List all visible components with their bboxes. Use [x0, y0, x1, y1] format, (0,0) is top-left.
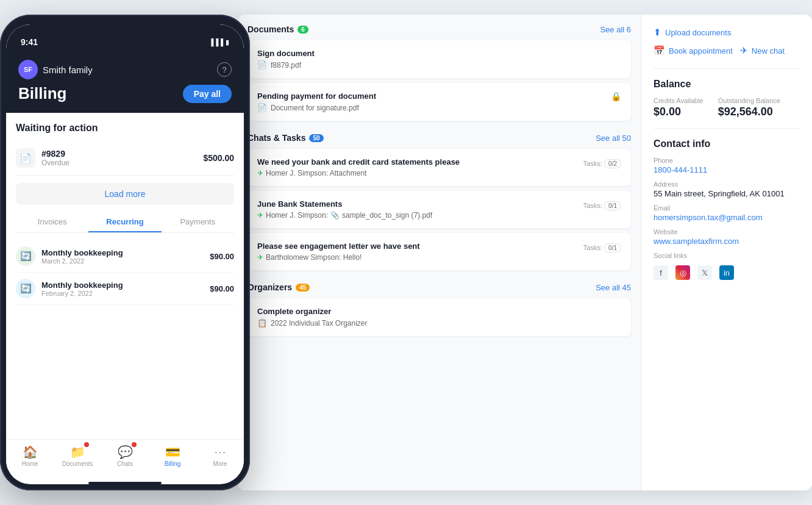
- email-value[interactable]: homersimpson.tax@gmail.com: [654, 213, 800, 222]
- nav-billing[interactable]: 💳 Billing: [149, 445, 196, 467]
- middle-section: Documents 6 See all 6 Sign document 📄 f8…: [238, 15, 641, 490]
- instagram-icon[interactable]: ◎: [675, 265, 690, 280]
- right-divider-2: [654, 128, 800, 129]
- recurring-date-2: February 2, 2022: [41, 290, 210, 297]
- document-title-1: Sign document: [257, 49, 621, 58]
- attachment-icon: 📎: [330, 211, 340, 220]
- chats-icon: 💬: [118, 445, 133, 459]
- documents-badge: 6: [297, 26, 308, 34]
- documents-see-all[interactable]: See all 6: [600, 25, 631, 34]
- invoice-amount: $500.00: [203, 153, 234, 163]
- pay-all-button[interactable]: Pay all: [183, 85, 232, 103]
- recurring-date-1: March 2, 2022: [41, 257, 210, 265]
- lock-icon: 🔒: [611, 91, 621, 101]
- linkedin-icon[interactable]: in: [719, 265, 734, 280]
- phone-screen: 9:41 ▐▐▐ ▮ SF Smith family ? Billing: [6, 24, 244, 484]
- recurring-name-2: Monthly bookkeeping: [41, 281, 210, 290]
- organizers-header: Organizers 45 See all 45: [248, 282, 631, 292]
- recurring-details-1: Monthly bookkeeping March 2, 2022: [41, 248, 210, 265]
- invoice-item[interactable]: 📄 #9829 Overdue $500.00: [16, 141, 234, 176]
- phone-device: 9:41 ▐▐▐ ▮ SF Smith family ? Billing: [0, 15, 250, 490]
- nav-more-label: More: [213, 460, 227, 467]
- book-appointment-button[interactable]: 📅 Book appointment: [654, 45, 733, 56]
- chat-content-3: Please see engagement letter we have sen…: [257, 242, 420, 262]
- document-card-1[interactable]: Sign document 📄 f8879.pdf: [248, 40, 631, 78]
- address-value: 55 Main street, Springfield, AK 01001: [654, 189, 800, 198]
- send-icon-2: ✈: [257, 211, 263, 220]
- organizer-card-1[interactable]: Complete organizer 📋 2022 Individual Tax…: [248, 298, 631, 336]
- pdf-icon-1: 📄: [257, 60, 267, 70]
- recurring-item-1[interactable]: 🔄 Monthly bookkeeping March 2, 2022 $90.…: [16, 240, 234, 273]
- status-bar: 9:41 ▐▐▐ ▮: [6, 24, 244, 55]
- facebook-icon[interactable]: f: [654, 265, 668, 280]
- tasks-count-3: 0/1: [604, 243, 621, 253]
- social-label: Social links: [654, 252, 800, 259]
- nav-chats[interactable]: 💬 Chats: [101, 445, 149, 467]
- recurring-icon-1: 🔄: [16, 246, 35, 266]
- organizers-badge: 45: [296, 284, 310, 292]
- organizer-icon: 📋: [257, 318, 267, 328]
- recurring-item-2[interactable]: 🔄 Monthly bookkeeping February 2, 2022 $…: [16, 273, 234, 305]
- recurring-details-2: Monthly bookkeeping February 2, 2022: [41, 281, 210, 297]
- document-subtitle-2: 📄 Document for signature.pdf: [257, 103, 611, 112]
- chat-row-1: We need your bank and credit card statem…: [257, 157, 621, 177]
- credits-label: Credits Available: [654, 97, 703, 104]
- chats-badge: 50: [309, 134, 323, 142]
- new-chat-button[interactable]: ✈ New chat: [740, 45, 785, 56]
- organizers-see-all[interactable]: See all 45: [596, 283, 631, 292]
- document-card-2[interactable]: Pending payment for document 📄 Document …: [248, 83, 631, 121]
- chat-sender-1: ✈ Homer J. Simpson: Attachment: [257, 169, 460, 177]
- send-icon-1: ✈: [257, 169, 263, 177]
- nav-home-label: Home: [22, 460, 38, 467]
- nav-home[interactable]: 🏠 Home: [6, 445, 54, 467]
- calendar-icon: 📅: [654, 45, 665, 56]
- recurring-icon-2: 🔄: [16, 279, 35, 298]
- chats-header: Chats & Tasks 50 See all 50: [248, 133, 631, 143]
- right-divider-1: [654, 68, 800, 69]
- status-icons: ▐▐▐ ▮: [209, 38, 229, 46]
- nav-documents[interactable]: 📁 Documents: [54, 445, 101, 467]
- nav-more[interactable]: ⋯ More: [196, 445, 244, 467]
- documents-title: Documents 6: [248, 24, 308, 34]
- divider-2: [248, 275, 631, 282]
- chat-sender-3: ✈ Bartholomew Simpson: Hello!: [257, 253, 420, 262]
- main-panel: Documents 6 See all 6 Sign document 📄 f8…: [238, 15, 812, 490]
- tab-payments[interactable]: Payments: [162, 212, 234, 232]
- document-icon: 📄: [16, 148, 35, 168]
- chat-content-1: We need your bank and credit card statem…: [257, 157, 460, 177]
- chat-row-2: June Bank Statements ✈ Homer J. Simpson:…: [257, 199, 621, 220]
- billing-icon: 💳: [165, 445, 180, 459]
- phone-label: Phone: [654, 157, 800, 164]
- send-icon-3: ✈: [257, 253, 263, 262]
- upload-documents-button[interactable]: ⬆ Upload documents: [654, 27, 731, 38]
- tasks-info-2: Tasks: 0/1: [583, 199, 621, 210]
- recurring-amount-2: $90.00: [210, 284, 234, 293]
- battery-icon: ▮: [226, 38, 229, 46]
- bottom-nav: 🏠 Home 📁 Documents 💬 Chats: [6, 439, 244, 479]
- phone-value[interactable]: 1800-444-1111: [654, 165, 800, 174]
- recurring-amount-1: $90.00: [210, 252, 234, 261]
- load-more-button[interactable]: Load more: [16, 183, 234, 205]
- home-indicator: [88, 482, 162, 484]
- help-icon[interactable]: ?: [217, 62, 232, 77]
- twitter-icon[interactable]: 𝕏: [697, 265, 712, 280]
- family-name: Smith family: [43, 65, 93, 75]
- chat-card-3[interactable]: Please see engagement letter we have sen…: [248, 233, 631, 270]
- tab-invoices[interactable]: Invoices: [16, 212, 88, 232]
- family-row: SF Smith family ?: [18, 60, 232, 79]
- pending-content: Pending payment for document 📄 Document …: [257, 91, 611, 112]
- chat-card-1[interactable]: We need your bank and credit card statem…: [248, 149, 631, 186]
- contact-title: Contact info: [654, 138, 800, 149]
- website-value[interactable]: www.sampletaxfirm.com: [654, 237, 800, 246]
- tab-recurring[interactable]: Recurring: [88, 212, 161, 232]
- email-label: Email: [654, 204, 800, 212]
- more-icon: ⋯: [214, 445, 226, 459]
- divider-1: [248, 126, 631, 133]
- document-title-2: Pending payment for document: [257, 91, 611, 101]
- chats-title: Chats & Tasks 50: [248, 133, 324, 143]
- signal-icon: ▐▐▐: [209, 38, 223, 46]
- tabs-row: Invoices Recurring Payments: [16, 212, 234, 233]
- chat-card-2[interactable]: June Bank Statements ✈ Homer J. Simpson:…: [248, 191, 631, 228]
- chats-see-all[interactable]: See all 50: [596, 134, 631, 143]
- chat-title-1: We need your bank and credit card statem…: [257, 157, 460, 167]
